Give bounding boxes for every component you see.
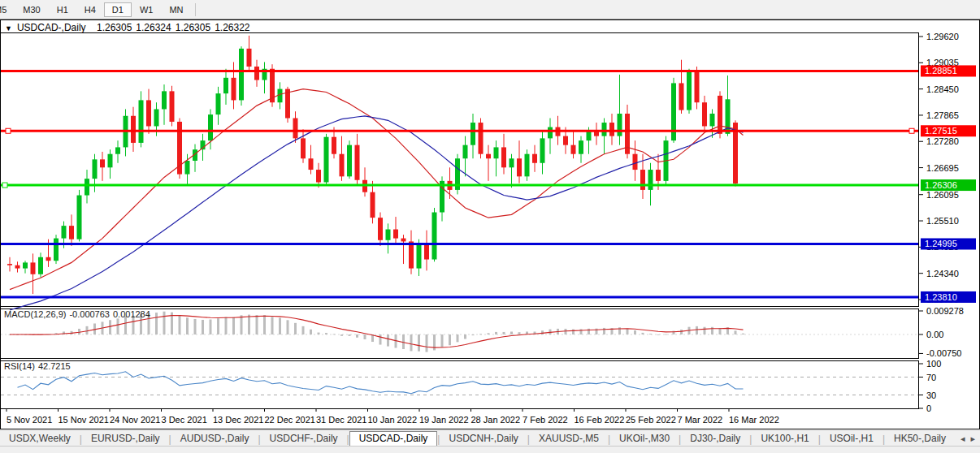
- candle-body: [378, 218, 383, 240]
- macd-bar: [287, 320, 289, 334]
- tab-usdchf-daily[interactable]: USDCHF-,Daily: [261, 432, 347, 446]
- timeframe-button-w1[interactable]: W1: [132, 2, 162, 17]
- candle-body: [69, 226, 74, 239]
- time-tick-label: 28 Jan 2022: [471, 415, 521, 425]
- candle-body: [162, 91, 167, 109]
- macd-bar: [78, 329, 80, 334]
- chart-canvas[interactable]: 1.296201.290351.284501.278651.272801.266…: [0, 19, 980, 429]
- macd-bar: [232, 317, 235, 334]
- candle-body: [216, 93, 221, 114]
- macd-bar: [210, 320, 212, 334]
- price-tick-label: 1.29620: [926, 32, 959, 41]
- macd-bar: [680, 330, 683, 334]
- symbol-dropdown-icon[interactable]: ▼: [5, 24, 12, 32]
- candle-body: [393, 230, 398, 239]
- candle-body: [510, 158, 514, 167]
- timeframe-button-d1[interactable]: D1: [104, 2, 132, 17]
- macd-bar: [657, 334, 660, 335]
- candle-body: [532, 154, 537, 163]
- candle-body: [46, 257, 51, 261]
- macd-bar: [225, 317, 228, 334]
- tab-audusd-daily[interactable]: AUDUSD-,Daily: [171, 432, 258, 446]
- tab-dj30-daily[interactable]: DJ30-,Daily: [681, 432, 749, 446]
- high-value: 1.26324: [136, 22, 171, 33]
- candle-body: [501, 147, 506, 167]
- timeframe-button-h1[interactable]: H1: [49, 2, 76, 17]
- candle-body: [347, 145, 352, 177]
- trendline-handle[interactable]: [6, 128, 11, 133]
- macd-bar: [418, 334, 420, 352]
- macd-bar: [179, 316, 181, 334]
- macd-bar: [109, 320, 111, 334]
- macd-bar: [279, 318, 281, 334]
- tab-ukoil-m30[interactable]: UKOil-,M30: [610, 432, 679, 446]
- price-tick-label: 1.27280: [926, 136, 959, 146]
- macd-bar: [86, 326, 89, 334]
- candle-body: [23, 262, 28, 268]
- macd-bar: [634, 330, 636, 334]
- trendline-handle[interactable]: [909, 128, 914, 133]
- macd-tick-label: 0.00: [926, 330, 943, 339]
- tab-scroll-left-icon[interactable]: ◂: [960, 434, 965, 443]
- time-tick-label: 24 Nov 2021: [110, 415, 160, 425]
- candle-body: [208, 114, 213, 140]
- candle-body: [687, 71, 692, 110]
- candle-body: [177, 122, 182, 175]
- macd-tick-label: 0.009278: [926, 306, 964, 316]
- macd-bar: [294, 323, 297, 334]
- tab-uk100-h1[interactable]: UK100-,H1: [752, 432, 817, 446]
- tab-scroll-right-icon[interactable]: ▸: [971, 434, 976, 443]
- price-badge-label: 1.24995: [925, 239, 957, 248]
- candle-body: [93, 159, 98, 179]
- candle-body: [324, 137, 329, 183]
- tab-usdcad-daily[interactable]: USDCAD-,Daily: [349, 431, 438, 447]
- price-tick-label: 1.24340: [926, 269, 959, 278]
- tab-xauusd-m5[interactable]: XAUUSD-,M5: [530, 432, 608, 446]
- candle-body: [656, 170, 661, 181]
- tab-usoil-h1[interactable]: USOil-,H1: [821, 432, 882, 446]
- candle-body: [695, 71, 700, 103]
- toolbar-separator: [195, 3, 196, 16]
- macd-bar: [302, 326, 305, 334]
- candle-body: [640, 170, 645, 190]
- macd-bar: [387, 334, 389, 347]
- candle-body: [254, 67, 259, 80]
- timeframe-button-h4[interactable]: H4: [76, 2, 104, 17]
- timeframe-button-m30[interactable]: M30: [15, 2, 48, 17]
- candle-body: [470, 123, 475, 145]
- candle-body: [239, 49, 244, 101]
- low-value: 1.26305: [176, 22, 210, 33]
- rsi-tick-label: 100: [926, 359, 941, 369]
- macd-bar: [742, 334, 744, 334]
- candle-body: [232, 78, 236, 101]
- time-tick-label: 31 Dec 2021: [316, 415, 366, 425]
- macd-bar: [488, 333, 490, 334]
- timeframe-button-mn[interactable]: MN: [161, 2, 191, 17]
- tab-hk50-daily[interactable]: HK50-,Daily: [885, 432, 955, 446]
- macd-bar: [441, 334, 444, 347]
- tab-usdx-weekly[interactable]: USDX,Weekly: [0, 432, 80, 446]
- candle-body: [309, 158, 314, 170]
- rsi-value: 42.7215: [38, 361, 71, 371]
- candle-body: [609, 123, 614, 136]
- macd-bar: [503, 332, 505, 334]
- macd-bar: [449, 334, 451, 345]
- candle-body: [170, 91, 175, 122]
- time-tick-label: 22 Dec 2021: [265, 415, 315, 425]
- macd-bar: [217, 318, 219, 334]
- candle-body: [386, 230, 391, 240]
- price-tick-label: 1.28450: [926, 84, 959, 94]
- time-tick-label: 16 Mar 2022: [729, 415, 779, 425]
- candle-body: [115, 147, 120, 153]
- chart-background: [0, 19, 980, 429]
- candle-body: [31, 262, 36, 274]
- tab-eurusd-daily[interactable]: EURUSD-,Daily: [82, 432, 169, 446]
- time-tick-label: 7 Feb 2022: [523, 415, 568, 425]
- price-badge-label: 1.28851: [925, 66, 957, 76]
- macd-bar: [711, 327, 713, 334]
- tab-usdcnh-daily[interactable]: USDCNH-,Daily: [440, 432, 527, 446]
- timeframe-button-m5[interactable]: M5: [0, 2, 15, 17]
- price-axis: 1.296201.290351.284501.278651.272801.266…: [919, 32, 964, 413]
- candle-body: [332, 137, 336, 154]
- trendline-handle[interactable]: [2, 183, 7, 188]
